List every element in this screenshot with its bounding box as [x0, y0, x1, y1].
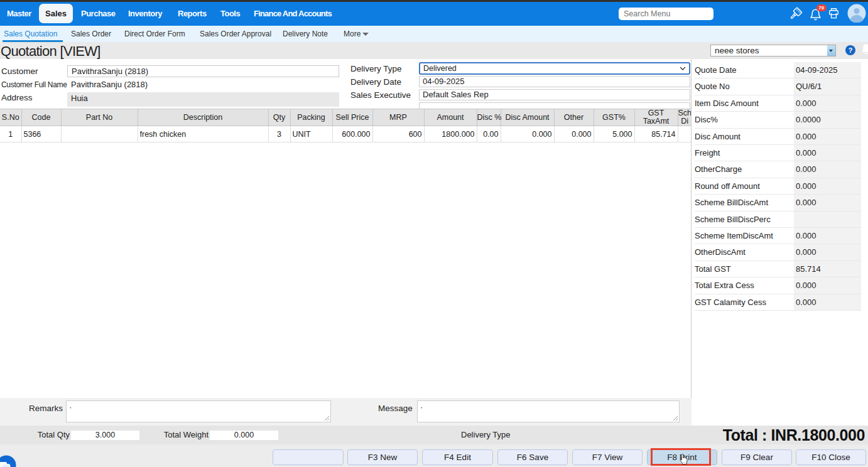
- svg-text:?: ?: [849, 46, 853, 54]
